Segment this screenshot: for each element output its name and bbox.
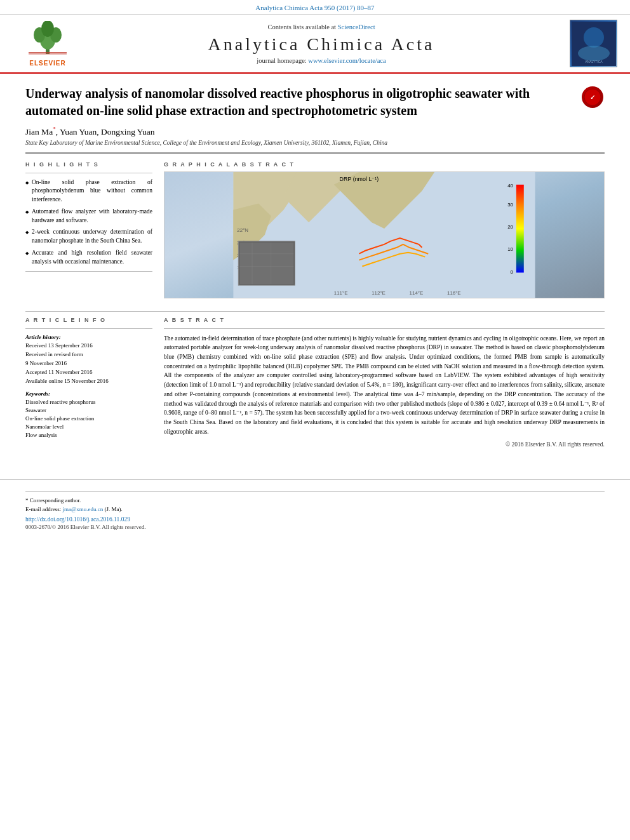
highlights-column: H I G H L I G H T S On-line solid phase … [25,161,152,298]
history-revised-label: Received in revised form [25,350,152,359]
authors-line: Jian Ma*, Yuan Yuan, Dongxing Yuan [25,126,605,137]
crossmark-icon: ✓ [582,86,603,108]
highlight-text-3: 2-week continuous underway determination… [32,228,152,246]
highlight-item-1: On-line solid phase extraction of phosph… [25,178,152,204]
author-jian-ma: Jian Ma [25,127,53,137]
highlight-item-2: Automated flow analyzer with laboratory-… [25,208,152,225]
corresponding-text: * Corresponding author. [25,497,81,503]
contents-available-line: Contents lists available at ScienceDirec… [83,23,560,30]
history-received: Received 13 September 2016 [25,342,152,350]
history-accepted: Accepted 11 November 2016 [25,368,152,377]
article-content: Underway analysis of nanomolar dissolved… [0,74,630,460]
svg-text:116°E: 116°E [447,290,461,296]
highlights-top-rule [25,173,152,173]
journal-title: Analytica Chimica Acta [83,34,560,55]
svg-text:20: 20 [507,224,513,230]
journal-cover-image: ANALYTICA [570,20,617,67]
journal-thumbnail: ANALYTICA [560,20,617,67]
highlights-list: On-line solid phase extraction of phosph… [25,178,152,267]
contents-text: Contents lists available at [267,23,337,30]
keywords-section: Keywords: Dissolved reactive phosphorus … [25,390,152,439]
svg-rect-28 [516,184,524,272]
keyword-4: Nanomolar level [25,423,152,431]
highlight-item-3: 2-week continuous underway determination… [25,228,152,246]
history-online: Available online 15 November 2016 [25,377,152,385]
footer-divider [25,491,605,492]
svg-text:10: 10 [507,246,513,251]
issn-line: 0003-2670/© 2016 Elsevier B.V. All right… [25,524,605,530]
sciencedirect-link[interactable]: ScienceDirect [338,23,375,30]
highlights-graphical-row: H I G H L I G H T S On-line solid phase … [25,161,605,298]
crossmark-badge: ✓ [580,85,605,109]
history-label: Article history: [25,334,152,340]
svg-text:30: 30 [507,202,513,208]
info-abstract-row: A R T I C L E I N F O Article history: R… [25,317,605,448]
svg-point-9 [578,46,610,61]
email-suffix-text: (J. Ma). [105,506,123,512]
svg-text:0: 0 [511,269,514,275]
author-email-link[interactable]: jma@xmu.edu.cn [62,506,103,512]
email-label-text: E-mail address: [25,506,62,512]
article-title: Underway analysis of nanomolar dissolved… [25,85,573,119]
title-divider [25,152,605,154]
highlights-header: H I G H L I G H T S [25,161,152,168]
corresponding-marker: * [53,126,56,132]
graphical-abstract-header: G R A P H I C A L A B S T R A C T [164,161,605,168]
email-line: E-mail address: jma@xmu.edu.cn (J. Ma). [25,506,605,512]
article-history: Article history: Received 13 September 2… [25,334,152,385]
map-svg: 22°N 21°N 20°N 19°N 111°E 112°E 114°E 11… [164,172,604,298]
journal-homepage-line: journal homepage: www.elsevier.com/locat… [83,57,560,64]
abstract-text: The automated in-field determination of … [164,334,605,437]
svg-text:111°E: 111°E [334,290,348,296]
corresponding-author-note: * Corresponding author. [25,497,605,503]
author-yuan-yuan: Yuan Yuan, Dongxing Yuan [60,127,155,137]
keywords-label: Keywords: [25,390,152,397]
keyword-2: Seawater [25,406,152,415]
copyright-line: © 2016 Elsevier B.V. All rights reserved… [164,441,605,448]
svg-text:112°E: 112°E [372,290,385,296]
homepage-prefix-text: journal homepage: [257,57,308,64]
history-revised-date: 9 November 2016 [25,359,152,368]
elsevier-logo-section: ELSEVIER [13,21,83,67]
map-background: 22°N 21°N 20°N 19°N 111°E 112°E 114°E 11… [164,172,604,298]
svg-text:114°E: 114°E [410,290,424,296]
keyword-3: On-line solid phase extraction [25,415,152,423]
svg-text:40: 40 [507,182,513,188]
elsevier-brand-text: ELSEVIER [19,60,76,67]
elsevier-tree-icon [25,21,70,56]
journal-homepage-link[interactable]: www.elsevier.com/locate/aca [308,57,385,64]
abstract-header: A B S T R A C T [164,317,605,323]
article-info-column: A R T I C L E I N F O Article history: R… [25,317,152,448]
highlight-text-1: On-line solid phase extraction of phosph… [32,178,152,204]
keyword-1: Dissolved reactive phosphorus [25,398,152,406]
journal-header: ELSEVIER Contents lists available at Sci… [0,15,630,74]
section-divider [25,311,605,312]
article-title-section: Underway analysis of nanomolar dissolved… [25,85,605,119]
svg-point-4 [41,21,54,37]
abstract-top-rule [164,328,605,329]
info-top-rule [25,328,152,329]
highlight-text-2: Automated flow analyzer with laboratory-… [32,208,152,225]
journal-name-section: Contents lists available at ScienceDirec… [83,23,560,64]
svg-rect-35 [239,242,293,283]
doi-link[interactable]: http://dx.doi.org/10.1016/j.aca.2016.11.… [25,516,605,523]
article-info-header: A R T I C L E I N F O [25,317,152,323]
graphical-abstract-image: 22°N 21°N 20°N 19°N 111°E 112°E 114°E 11… [164,171,605,298]
svg-text:✓: ✓ [590,94,595,101]
graphical-abstract-column: G R A P H I C A L A B S T R A C T [164,161,605,298]
svg-point-8 [584,27,604,48]
elsevier-logo-wrap: ELSEVIER [19,21,76,67]
highlight-item-4: Accurate and high resolution field seawa… [25,249,152,267]
highlights-bottom-rule [25,271,152,272]
journal-citation-bar: Analytica Chimica Acta 950 (2017) 80–87 [0,0,630,15]
keyword-5: Flow analysis [25,431,152,439]
highlight-text-4: Accurate and high resolution field seawa… [32,249,152,267]
affiliation-line: State Key Laboratory of Marine Environme… [25,140,605,146]
svg-text:22°N: 22°N [237,227,248,233]
svg-text:ANALYTICA: ANALYTICA [585,60,603,63]
journal-citation: Analytica Chimica Acta 950 (2017) 80–87 [255,4,374,11]
footer-area: * Corresponding author. E-mail address: … [0,479,630,537]
abstract-column: A B S T R A C T The automated in-field d… [164,317,605,448]
svg-text:DRP (nmol L⁻¹): DRP (nmol L⁻¹) [340,175,379,182]
